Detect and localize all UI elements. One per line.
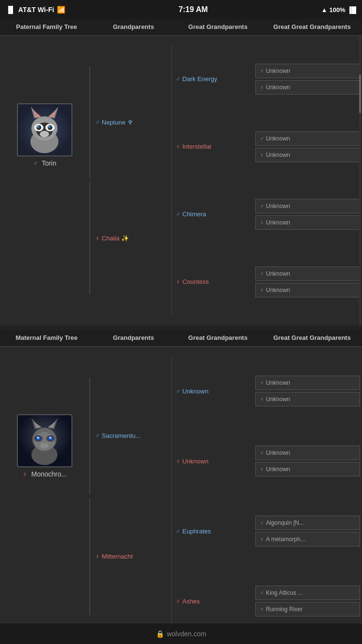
gggp1m-icon: ♂ [260, 68, 264, 74]
mgggp-4-male[interactable]: ♂ King Atticus ... [255, 586, 360, 600]
mitternacht-gender-icon: ♀ [95, 553, 100, 560]
mgggp2m-name: Unknown [266, 449, 290, 456]
ggp-unknown1[interactable]: ♂ Unknown [172, 385, 210, 398]
gggp-pair-4: ♂ Unknown ♀ Unknown [253, 248, 362, 316]
mono-name[interactable]: ♀ Monochro... [22, 470, 67, 478]
mgggp3m-name: Algonquin [N... [266, 519, 304, 526]
gggp-3-female[interactable]: ♀ Unknown [255, 215, 360, 230]
maternal-col3-header: Great Grandparents [176, 334, 260, 342]
mgggp1f-icon: ♀ [260, 396, 264, 403]
maternal-header: Maternal Family Tree Grandparents Great … [0, 330, 362, 347]
gggp1f-name: Unknown [266, 84, 290, 91]
gggp-3-male[interactable]: ♂ Unknown [255, 199, 360, 213]
ggp-darkenergy[interactable]: ♂ Dark Energy [172, 72, 219, 85]
countess-name: Countess [182, 278, 209, 285]
ggp-interstellar-block: ♀ Interstellar [171, 113, 253, 181]
battery-icon: ▐█ [348, 6, 356, 14]
gp-neptune-block: ♂ Neptune ♆ [89, 67, 171, 179]
gggp-4-female[interactable]: ♀ Unknown [255, 283, 360, 297]
lock-icon: 🔒 [156, 630, 164, 638]
gggp1f-icon: ♀ [260, 84, 264, 91]
euphrates-gender-icon: ♂ [176, 528, 181, 535]
unknown1-gender-icon: ♂ [176, 388, 181, 395]
sacramentu-name: Sacramentu... [102, 432, 141, 439]
ggp-interstellar[interactable]: ♀ Interstellar [172, 140, 213, 153]
ggp-ashes[interactable]: ♀ Ashes [172, 595, 202, 608]
gggp-2-female[interactable]: ♀ Unknown [255, 148, 360, 162]
mgggp2f-name: Unknown [266, 466, 290, 473]
paternal-self-col: ♂ Torin [0, 41, 89, 321]
gp-neptune[interactable]: ♂ Neptune ♆ [90, 116, 171, 129]
gggp-pair-2: ♂ Unknown ♀ Unknown [253, 113, 362, 181]
paternal-col2-header: Grandparents [91, 23, 176, 31]
paternal-col3-header: Great Grandparents [176, 23, 260, 31]
ggp-euphrates[interactable]: ♂ Euphrates [172, 525, 213, 538]
gp-sacramentu[interactable]: ♂ Sacramentu... [90, 429, 171, 442]
mgggp1f-name: Unknown [266, 396, 290, 403]
location-icon: ▲ [321, 6, 327, 14]
torin-avatar-img [18, 104, 71, 155]
ashes-gender-icon: ♀ [176, 598, 181, 605]
gggp2f-icon: ♀ [260, 152, 264, 158]
ggp-darkenergy-block: ♂ Dark Energy [171, 45, 253, 113]
torin-name[interactable]: ♂ Torin [33, 159, 56, 167]
gggp-pair-1: ♂ Unknown ♀ Unknown [253, 45, 362, 113]
mgggp4m-icon: ♂ [260, 589, 264, 596]
mgggp-3-male[interactable]: ♂ Algonquin [N... [255, 516, 360, 530]
ggp-unknown1-block: ♂ Unknown [171, 356, 253, 426]
mgggp2f-icon: ♀ [260, 466, 264, 473]
carrier-label: AT&T Wi-Fi [18, 6, 54, 14]
scrollbar-track[interactable] [359, 36, 361, 325]
paternal-col4-header: Great Great Grandparents [260, 23, 362, 31]
status-right: ▲ 100% ▐█ [321, 6, 356, 14]
maternal-gp-col: ♂ Sacramentu... ♀ Mitternacht [89, 351, 171, 641]
chalia-gender-icon: ♀ [95, 235, 100, 242]
mgggp3f-icon: ♀ [260, 536, 264, 543]
paternal-header: Paternal Family Tree Grandparents Great … [0, 19, 362, 36]
gggp-2-male[interactable]: ♂ Unknown [255, 131, 360, 146]
paternal-gggp-col: ♂ Unknown ♀ Unknown ♂ Unknown ♀ Unknown [253, 41, 362, 321]
interstellar-gender-icon: ♀ [176, 143, 181, 150]
mono-avatar-img [18, 415, 71, 466]
mgggp-4-female[interactable]: ♀ Running River [255, 602, 360, 616]
gggp2m-name: Unknown [266, 135, 290, 142]
ggp-countess-block: ♀ Countess [171, 248, 253, 316]
mgggp-2-female[interactable]: ♀ Unknown [255, 462, 360, 476]
gggp3m-icon: ♂ [260, 203, 264, 210]
mgggp-2-male[interactable]: ♂ Unknown [255, 446, 360, 460]
paternal-gp-col: ♂ Neptune ♆ ♀ Chalia ✨ [89, 41, 171, 321]
gp-chalia[interactable]: ♀ Chalia ✨ [90, 232, 171, 245]
gggp4m-name: Unknown [266, 270, 290, 277]
section-separator [0, 325, 362, 330]
mgggp2m-icon: ♂ [260, 449, 264, 456]
unknown1-name: Unknown [182, 388, 209, 395]
mgggp4f-icon: ♀ [260, 606, 264, 613]
ggp-unknown2[interactable]: ♀ Unknown [172, 455, 210, 468]
gp-mitternacht[interactable]: ♀ Mitternacht [90, 550, 171, 563]
gggp-1-female[interactable]: ♀ Unknown [255, 80, 360, 95]
signal-icon: ▐▌ [6, 6, 15, 14]
mgggp3m-icon: ♂ [260, 519, 264, 526]
gp-chalia-block: ♀ Chalia ✨ [89, 182, 171, 294]
mono-avatar[interactable] [17, 414, 72, 467]
ggp-chimera[interactable]: ♂ Chimera [172, 208, 208, 221]
mono-gender-icon: ♀ [22, 470, 28, 478]
chimera-gender-icon: ♂ [176, 210, 181, 218]
neptune-name: Neptune ♆ [102, 119, 133, 126]
mgggp-pair-3: ♂ Algonquin [N... ♀ A metamorph... [253, 496, 362, 566]
torin-avatar[interactable] [17, 103, 72, 156]
mgggp-3-female[interactable]: ♀ A metamorph... [255, 532, 360, 546]
mgggp-1-female[interactable]: ♀ Unknown [255, 392, 360, 406]
ashes-name: Ashes [182, 598, 200, 605]
svg-point-13 [48, 126, 51, 128]
mgggp-1-male[interactable]: ♂ Unknown [255, 376, 360, 390]
neptune-gender-icon: ♂ [95, 119, 100, 126]
gggp-4-male[interactable]: ♂ Unknown [255, 266, 360, 281]
chalia-name: Chalia ✨ [102, 235, 129, 242]
countess-gender-icon: ♀ [176, 278, 181, 285]
site-url: wolvden.com [167, 630, 207, 638]
darkenergy-name: Dark Energy [182, 75, 217, 83]
scrollbar-thumb [359, 74, 361, 113]
gggp-1-male[interactable]: ♂ Unknown [255, 64, 360, 78]
ggp-countess[interactable]: ♀ Countess [172, 275, 211, 288]
